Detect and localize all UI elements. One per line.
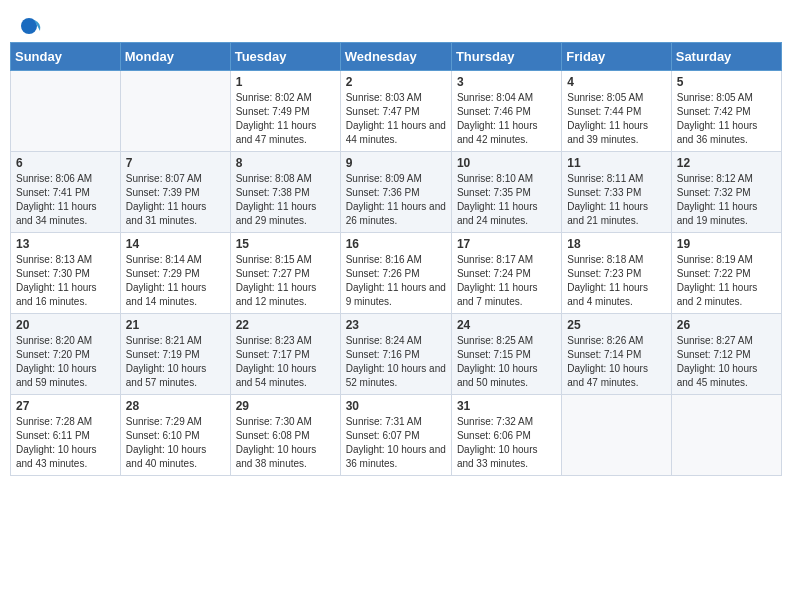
weekday-header-saturday: Saturday [671, 43, 781, 71]
calendar-cell: 2Sunrise: 8:03 AMSunset: 7:47 PMDaylight… [340, 71, 451, 152]
calendar-cell: 30Sunrise: 7:31 AMSunset: 6:07 PMDayligh… [340, 395, 451, 476]
day-number: 5 [677, 75, 776, 89]
calendar-cell: 26Sunrise: 8:27 AMSunset: 7:12 PMDayligh… [671, 314, 781, 395]
calendar-week-row: 6Sunrise: 8:06 AMSunset: 7:41 PMDaylight… [11, 152, 782, 233]
calendar-week-row: 1Sunrise: 8:02 AMSunset: 7:49 PMDaylight… [11, 71, 782, 152]
cell-info: Sunrise: 8:14 AMSunset: 7:29 PMDaylight:… [126, 254, 207, 307]
cell-info: Sunrise: 8:24 AMSunset: 7:16 PMDaylight:… [346, 335, 446, 388]
cell-info: Sunrise: 8:23 AMSunset: 7:17 PMDaylight:… [236, 335, 317, 388]
day-number: 14 [126, 237, 225, 251]
cell-info: Sunrise: 7:31 AMSunset: 6:07 PMDaylight:… [346, 416, 446, 469]
cell-info: Sunrise: 8:17 AMSunset: 7:24 PMDaylight:… [457, 254, 538, 307]
calendar-cell: 18Sunrise: 8:18 AMSunset: 7:23 PMDayligh… [562, 233, 671, 314]
cell-info: Sunrise: 8:18 AMSunset: 7:23 PMDaylight:… [567, 254, 648, 307]
day-number: 23 [346, 318, 446, 332]
day-number: 30 [346, 399, 446, 413]
calendar-container: SundayMondayTuesdayWednesdayThursdayFrid… [0, 42, 792, 486]
cell-info: Sunrise: 7:32 AMSunset: 6:06 PMDaylight:… [457, 416, 538, 469]
calendar-cell: 19Sunrise: 8:19 AMSunset: 7:22 PMDayligh… [671, 233, 781, 314]
calendar-cell: 16Sunrise: 8:16 AMSunset: 7:26 PMDayligh… [340, 233, 451, 314]
calendar-cell: 8Sunrise: 8:08 AMSunset: 7:38 PMDaylight… [230, 152, 340, 233]
calendar-cell: 7Sunrise: 8:07 AMSunset: 7:39 PMDaylight… [120, 152, 230, 233]
day-number: 22 [236, 318, 335, 332]
day-number: 3 [457, 75, 556, 89]
calendar-cell [11, 71, 121, 152]
cell-info: Sunrise: 7:30 AMSunset: 6:08 PMDaylight:… [236, 416, 317, 469]
cell-info: Sunrise: 8:08 AMSunset: 7:38 PMDaylight:… [236, 173, 317, 226]
cell-info: Sunrise: 8:21 AMSunset: 7:19 PMDaylight:… [126, 335, 207, 388]
cell-info: Sunrise: 7:29 AMSunset: 6:10 PMDaylight:… [126, 416, 207, 469]
cell-info: Sunrise: 8:15 AMSunset: 7:27 PMDaylight:… [236, 254, 317, 307]
calendar-table: SundayMondayTuesdayWednesdayThursdayFrid… [10, 42, 782, 476]
calendar-cell: 4Sunrise: 8:05 AMSunset: 7:44 PMDaylight… [562, 71, 671, 152]
day-number: 25 [567, 318, 665, 332]
day-number: 12 [677, 156, 776, 170]
day-number: 17 [457, 237, 556, 251]
calendar-cell: 1Sunrise: 8:02 AMSunset: 7:49 PMDaylight… [230, 71, 340, 152]
day-number: 13 [16, 237, 115, 251]
weekday-header-monday: Monday [120, 43, 230, 71]
cell-info: Sunrise: 8:16 AMSunset: 7:26 PMDaylight:… [346, 254, 446, 307]
day-number: 20 [16, 318, 115, 332]
cell-info: Sunrise: 8:13 AMSunset: 7:30 PMDaylight:… [16, 254, 97, 307]
calendar-cell: 21Sunrise: 8:21 AMSunset: 7:19 PMDayligh… [120, 314, 230, 395]
calendar-cell: 20Sunrise: 8:20 AMSunset: 7:20 PMDayligh… [11, 314, 121, 395]
calendar-cell: 28Sunrise: 7:29 AMSunset: 6:10 PMDayligh… [120, 395, 230, 476]
day-number: 24 [457, 318, 556, 332]
cell-info: Sunrise: 8:09 AMSunset: 7:36 PMDaylight:… [346, 173, 446, 226]
calendar-cell: 15Sunrise: 8:15 AMSunset: 7:27 PMDayligh… [230, 233, 340, 314]
cell-info: Sunrise: 8:11 AMSunset: 7:33 PMDaylight:… [567, 173, 648, 226]
calendar-cell: 9Sunrise: 8:09 AMSunset: 7:36 PMDaylight… [340, 152, 451, 233]
cell-info: Sunrise: 8:12 AMSunset: 7:32 PMDaylight:… [677, 173, 758, 226]
day-number: 18 [567, 237, 665, 251]
calendar-cell: 29Sunrise: 7:30 AMSunset: 6:08 PMDayligh… [230, 395, 340, 476]
day-number: 19 [677, 237, 776, 251]
day-number: 11 [567, 156, 665, 170]
weekday-header-thursday: Thursday [451, 43, 561, 71]
day-number: 27 [16, 399, 115, 413]
day-number: 10 [457, 156, 556, 170]
day-number: 2 [346, 75, 446, 89]
calendar-cell: 25Sunrise: 8:26 AMSunset: 7:14 PMDayligh… [562, 314, 671, 395]
day-number: 16 [346, 237, 446, 251]
day-number: 6 [16, 156, 115, 170]
day-number: 4 [567, 75, 665, 89]
logo-icon [20, 15, 42, 37]
page-header [0, 0, 792, 42]
weekday-header-sunday: Sunday [11, 43, 121, 71]
calendar-cell: 11Sunrise: 8:11 AMSunset: 7:33 PMDayligh… [562, 152, 671, 233]
day-number: 31 [457, 399, 556, 413]
cell-info: Sunrise: 8:20 AMSunset: 7:20 PMDaylight:… [16, 335, 97, 388]
calendar-cell: 12Sunrise: 8:12 AMSunset: 7:32 PMDayligh… [671, 152, 781, 233]
calendar-cell [671, 395, 781, 476]
cell-info: Sunrise: 8:02 AMSunset: 7:49 PMDaylight:… [236, 92, 317, 145]
calendar-cell [562, 395, 671, 476]
weekday-header-row: SundayMondayTuesdayWednesdayThursdayFrid… [11, 43, 782, 71]
cell-info: Sunrise: 8:26 AMSunset: 7:14 PMDaylight:… [567, 335, 648, 388]
day-number: 28 [126, 399, 225, 413]
logo [20, 15, 46, 37]
day-number: 8 [236, 156, 335, 170]
day-number: 26 [677, 318, 776, 332]
calendar-cell: 27Sunrise: 7:28 AMSunset: 6:11 PMDayligh… [11, 395, 121, 476]
day-number: 21 [126, 318, 225, 332]
cell-info: Sunrise: 8:07 AMSunset: 7:39 PMDaylight:… [126, 173, 207, 226]
calendar-cell: 14Sunrise: 8:14 AMSunset: 7:29 PMDayligh… [120, 233, 230, 314]
day-number: 1 [236, 75, 335, 89]
weekday-header-friday: Friday [562, 43, 671, 71]
calendar-cell: 3Sunrise: 8:04 AMSunset: 7:46 PMDaylight… [451, 71, 561, 152]
cell-info: Sunrise: 8:27 AMSunset: 7:12 PMDaylight:… [677, 335, 758, 388]
calendar-week-row: 27Sunrise: 7:28 AMSunset: 6:11 PMDayligh… [11, 395, 782, 476]
cell-info: Sunrise: 8:04 AMSunset: 7:46 PMDaylight:… [457, 92, 538, 145]
day-number: 9 [346, 156, 446, 170]
calendar-cell: 23Sunrise: 8:24 AMSunset: 7:16 PMDayligh… [340, 314, 451, 395]
calendar-cell: 22Sunrise: 8:23 AMSunset: 7:17 PMDayligh… [230, 314, 340, 395]
cell-info: Sunrise: 8:06 AMSunset: 7:41 PMDaylight:… [16, 173, 97, 226]
day-number: 7 [126, 156, 225, 170]
calendar-cell: 5Sunrise: 8:05 AMSunset: 7:42 PMDaylight… [671, 71, 781, 152]
calendar-cell: 17Sunrise: 8:17 AMSunset: 7:24 PMDayligh… [451, 233, 561, 314]
cell-info: Sunrise: 7:28 AMSunset: 6:11 PMDaylight:… [16, 416, 97, 469]
calendar-cell: 10Sunrise: 8:10 AMSunset: 7:35 PMDayligh… [451, 152, 561, 233]
calendar-week-row: 13Sunrise: 8:13 AMSunset: 7:30 PMDayligh… [11, 233, 782, 314]
cell-info: Sunrise: 8:03 AMSunset: 7:47 PMDaylight:… [346, 92, 446, 145]
